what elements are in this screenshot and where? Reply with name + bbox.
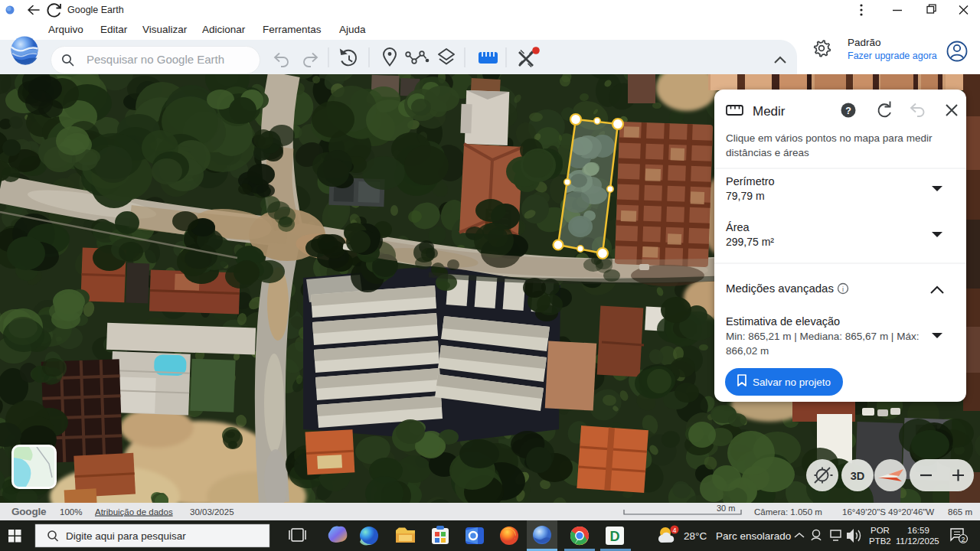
svg-text:Digite aqui para pesquisar: Digite aqui para pesquisar xyxy=(66,530,186,542)
svg-text:distâncias e áreas: distâncias e áreas xyxy=(726,147,809,158)
svg-text:2: 2 xyxy=(961,536,965,543)
svg-text:16°49'20"S 49°20'46"W: 16°49'20"S 49°20'46"W xyxy=(842,507,934,517)
svg-text:Área: Área xyxy=(726,221,750,233)
svg-text:30 m: 30 m xyxy=(717,504,735,513)
svg-text:866,02 m: 866,02 m xyxy=(726,345,769,357)
svg-text:Fazer upgrade agora: Fazer upgrade agora xyxy=(848,51,937,61)
svg-text:Câmera: 1.050 m: Câmera: 1.050 m xyxy=(754,507,822,517)
svg-text:299,75 m²: 299,75 m² xyxy=(726,236,774,248)
svg-text:i: i xyxy=(842,285,844,293)
svg-text:Parc ensolarado: Parc ensolarado xyxy=(716,530,791,542)
svg-text:Clique em vários pontos no map: Clique em vários pontos no mapa para med… xyxy=(726,132,933,144)
svg-text:Google Earth: Google Earth xyxy=(67,5,124,15)
svg-text:Estimativa de elevação: Estimativa de elevação xyxy=(726,315,840,328)
svg-text:D: D xyxy=(610,529,620,544)
svg-text:28°C: 28°C xyxy=(684,530,707,542)
svg-text:Min: 865,21 m | Mediana: 865,6: Min: 865,21 m | Mediana: 865,67 m | Máx: xyxy=(726,331,919,342)
svg-text:Pesquisar no Google Earth: Pesquisar no Google Earth xyxy=(87,53,224,66)
svg-text:POR: POR xyxy=(871,526,890,535)
svg-text:11/12/2025: 11/12/2025 xyxy=(896,536,939,546)
svg-text:?: ? xyxy=(845,106,851,116)
svg-text:865 m: 865 m xyxy=(948,507,972,517)
svg-text:100%: 100% xyxy=(60,507,82,517)
svg-text:Medições avançadas: Medições avançadas xyxy=(726,282,834,295)
svg-text:Padrão: Padrão xyxy=(848,37,881,48)
svg-text:Google: Google xyxy=(11,506,47,517)
svg-text:4: 4 xyxy=(672,527,676,534)
svg-text:3D: 3D xyxy=(851,470,865,482)
svg-text:Medir: Medir xyxy=(753,104,786,119)
svg-text:Atribuição de dados: Atribuição de dados xyxy=(95,507,173,517)
svg-text:79,79 m: 79,79 m xyxy=(726,190,765,202)
svg-text:Salvar no projeto: Salvar no projeto xyxy=(753,377,831,388)
svg-text:PTB2: PTB2 xyxy=(869,536,891,546)
svg-text:30/03/2025: 30/03/2025 xyxy=(190,507,234,517)
svg-text:16:59: 16:59 xyxy=(907,526,929,535)
svg-text:Perímetro: Perímetro xyxy=(726,175,775,187)
